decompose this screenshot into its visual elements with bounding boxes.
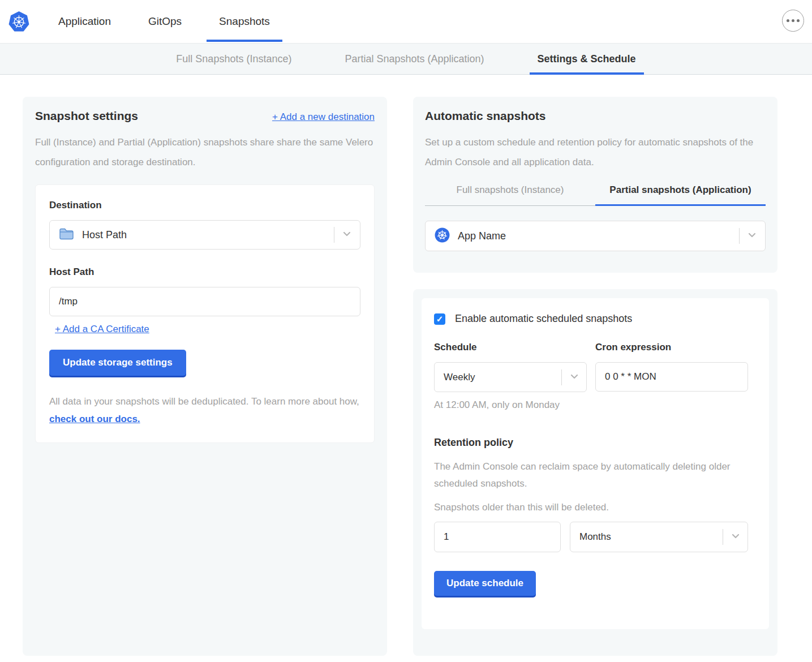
tab-full-snapshots-instance[interactable]: Full snapshots (Instance) xyxy=(425,184,595,206)
kubernetes-logo xyxy=(0,0,46,43)
chevron-down-icon xyxy=(731,531,741,543)
enable-snapshots-checkbox[interactable] xyxy=(434,313,445,325)
chevron-down-icon xyxy=(342,229,352,241)
host-path-input[interactable] xyxy=(49,287,360,316)
main-content: Snapshot settings + Add a new destinatio… xyxy=(0,75,812,656)
kubernetes-app-icon xyxy=(435,227,450,245)
snapshot-settings-card: Snapshot settings + Add a new destinatio… xyxy=(23,97,387,656)
update-storage-settings-button[interactable]: Update storage settings xyxy=(49,350,186,376)
nav-item-gitops[interactable]: GitOps xyxy=(136,0,194,43)
snapshot-settings-title: Snapshot settings xyxy=(35,109,138,123)
overflow-menu-button[interactable] xyxy=(782,10,804,32)
schedule-interval-select[interactable]: Weekly xyxy=(434,362,587,392)
ellipsis-icon xyxy=(787,19,789,22)
retention-unit-select[interactable]: Months xyxy=(570,522,748,552)
dedup-note: All data in your snapshots will be dedup… xyxy=(49,393,360,428)
schedule-interval-value: Weekly xyxy=(444,372,561,383)
enable-snapshots-label: Enable automatic scheduled snapshots xyxy=(455,313,632,325)
destination-value: Host Path xyxy=(82,229,334,241)
destination-label: Destination xyxy=(49,200,360,211)
nav-item-snapshots[interactable]: Snapshots xyxy=(207,0,282,43)
automatic-snapshots-description: Set up a custom schedule and retention p… xyxy=(425,132,766,172)
cron-expression-input[interactable] xyxy=(595,362,748,392)
automatic-snapshots-card: Automatic snapshots Set up a custom sche… xyxy=(413,97,777,273)
add-ca-certificate-link[interactable]: + Add a CA Certificate xyxy=(55,324,149,335)
destination-select[interactable]: Host Path xyxy=(49,220,360,250)
add-destination-link[interactable]: + Add a new destination xyxy=(272,111,375,123)
retention-value-input[interactable] xyxy=(434,522,561,552)
retention-unit-value: Months xyxy=(579,531,723,543)
storage-settings-form: Destination Host Path Host Path xyxy=(35,184,375,443)
schedule-form: Enable automatic scheduled snapshots Sch… xyxy=(422,298,769,629)
app-select[interactable]: App Name xyxy=(425,221,766,251)
retention-hint: Snapshots older than this will be delete… xyxy=(434,502,757,513)
docs-link[interactable]: check out our docs. xyxy=(49,414,140,424)
subtab-partial-snapshots[interactable]: Partial Snapshots (Application) xyxy=(337,44,492,74)
snapshot-settings-description: Full (Instance) and Partial (Application… xyxy=(35,132,375,172)
update-schedule-button[interactable]: Update schedule xyxy=(434,571,536,596)
host-path-label: Host Path xyxy=(49,266,360,278)
snapshot-type-tabs: Full snapshots (Instance) Partial snapsh… xyxy=(425,184,766,206)
subtab-full-snapshots[interactable]: Full Snapshots (Instance) xyxy=(168,44,299,74)
automatic-snapshots-title: Automatic snapshots xyxy=(425,109,766,123)
chevron-down-icon xyxy=(569,371,579,384)
chevron-down-icon xyxy=(747,230,757,242)
cron-human-readable: At 12:00 AM, only on Monday xyxy=(434,399,757,411)
schedule-label: Schedule xyxy=(434,342,587,353)
folder-icon xyxy=(59,227,74,243)
retention-policy-title: Retention policy xyxy=(434,437,757,449)
retention-policy-description: The Admin Console can reclaim space by a… xyxy=(434,458,757,492)
snapshots-subnav: Full Snapshots (Instance) Partial Snapsh… xyxy=(0,43,812,75)
app-select-value: App Name xyxy=(458,230,739,242)
primary-nav: Application GitOps Snapshots xyxy=(46,0,282,43)
subtab-settings-schedule[interactable]: Settings & Schedule xyxy=(530,44,644,74)
cron-expression-label: Cron expression xyxy=(595,342,748,353)
tab-partial-snapshots-application[interactable]: Partial snapshots (Application) xyxy=(595,184,766,206)
schedule-card: Enable automatic scheduled snapshots Sch… xyxy=(413,289,777,656)
nav-item-application[interactable]: Application xyxy=(46,0,123,43)
top-nav: Application GitOps Snapshots xyxy=(0,0,812,43)
